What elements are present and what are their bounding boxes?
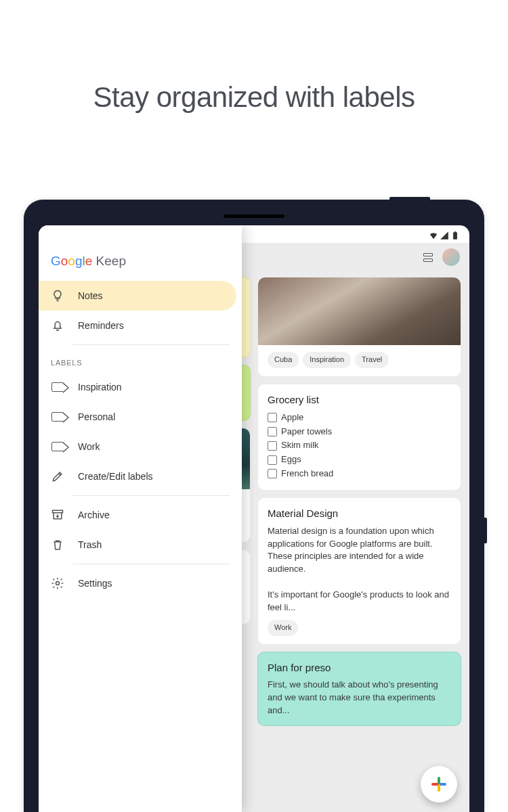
label-icon [51, 380, 64, 394]
status-icons [429, 231, 460, 240]
tablet-frame: 5:04 bout , with Gen m about launch [24, 200, 484, 812]
svg-rect-1 [454, 231, 456, 233]
trash-icon [51, 538, 64, 551]
note-card[interactable]: Cuba Inspiration Travel [257, 277, 461, 377]
tablet-power-button [389, 197, 430, 200]
nav-label: Reminders [78, 320, 124, 331]
nav-label: Settings [78, 578, 112, 589]
nav-label: Create/Edit labels [78, 471, 153, 482]
archive-icon [51, 508, 64, 522]
label-icon [51, 410, 64, 424]
nav-label: Notes [78, 290, 103, 301]
tablet-notch [224, 215, 284, 218]
note-body: First, we should talk about who's presen… [268, 679, 451, 717]
nav-reminders[interactable]: Reminders [39, 311, 236, 340]
marketing-headline: Stay organized with labels [0, 0, 508, 114]
note-card[interactable]: Plan for preso First, we should talk abo… [257, 652, 461, 726]
pencil-icon [51, 470, 64, 483]
wifi-icon [429, 231, 438, 240]
navigation-drawer: Google Keep Notes Reminders LABELS Inspi… [39, 225, 242, 812]
note-body: It's important for Google's products to … [268, 589, 451, 614]
svg-rect-0 [453, 232, 457, 240]
label-icon [51, 440, 64, 453]
brand-logo: Google Keep [39, 244, 242, 281]
checklist-item[interactable]: Apple [268, 411, 451, 424]
nav-label: Work [78, 441, 100, 452]
new-note-fab[interactable] [421, 766, 457, 803]
view-toggle-icon[interactable] [423, 253, 433, 262]
label-chip[interactable]: Cuba [268, 352, 299, 368]
divider [72, 495, 230, 496]
avatar[interactable] [442, 248, 460, 266]
divider [72, 344, 230, 345]
checklist-item[interactable]: Eggs [268, 453, 451, 466]
nav-trash[interactable]: Trash [39, 530, 236, 560]
note-body: Material design is a foundation upon whi… [268, 525, 451, 576]
svg-point-2 [56, 582, 60, 585]
note-card[interactable]: Material Design Material design is a fou… [257, 497, 461, 645]
note-title: Plan for preso [268, 660, 451, 675]
screen: 5:04 bout , with Gen m about launch [39, 225, 469, 812]
note-title: Grocery list [268, 392, 451, 407]
nav-archive[interactable]: Archive [39, 500, 236, 530]
label-chip[interactable]: Work [268, 620, 298, 636]
gear-icon [51, 577, 64, 590]
lightbulb-icon [51, 289, 64, 302]
bell-icon [51, 319, 64, 332]
checklist-item[interactable]: Paper towels [268, 426, 451, 438]
checklist-item[interactable]: Skim milk [268, 439, 451, 452]
nav-label: Archive [78, 510, 110, 520]
nav-label-inspiration[interactable]: Inspiration [39, 372, 236, 402]
nav-label-work[interactable]: Work [39, 432, 236, 461]
nav-create-edit-labels[interactable]: Create/Edit labels [39, 461, 236, 491]
label-chip[interactable]: Travel [355, 352, 389, 368]
signal-icon [440, 231, 449, 240]
note-image [258, 277, 461, 345]
note-card[interactable]: Grocery list Apple Paper towels Skim mil… [257, 384, 461, 491]
labels-header: LABELS [39, 349, 242, 372]
nav-label: Inspiration [78, 382, 122, 392]
checklist-item[interactable]: French bread [268, 468, 451, 480]
plus-icon [431, 777, 446, 792]
battery-icon [450, 231, 460, 240]
label-chip[interactable]: Inspiration [303, 352, 351, 368]
note-title: Material Design [268, 506, 451, 521]
nav-label-personal[interactable]: Personal [39, 402, 236, 432]
tablet-volume-button [484, 518, 487, 543]
nav-label: Trash [78, 539, 102, 550]
divider [72, 564, 230, 564]
nav-label: Personal [78, 411, 115, 422]
nav-notes[interactable]: Notes [39, 281, 236, 311]
nav-settings[interactable]: Settings [39, 568, 236, 598]
